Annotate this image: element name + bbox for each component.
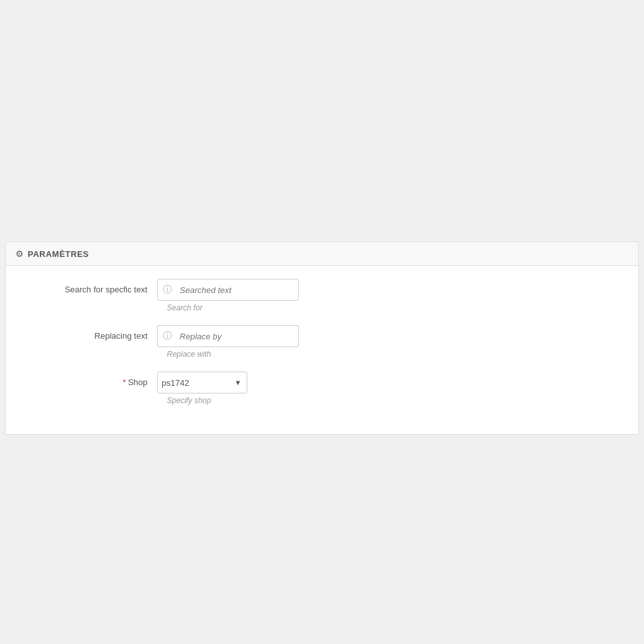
chevron-down-icon: ▼ xyxy=(229,379,247,386)
page-container: PARAMÈTRES Search for specfic text Searc… xyxy=(0,0,644,644)
shop-select-wrapper: ps1742 ▼ xyxy=(157,372,247,393)
search-text-row: Search for specfic text xyxy=(15,279,629,301)
search-text-input[interactable] xyxy=(177,279,298,300)
replacing-text-group: Replacing text Replace with xyxy=(15,325,629,359)
panel-body: Search for specfic text Search for Repla… xyxy=(6,266,638,434)
shop-row: *Shop ps1742 ▼ xyxy=(15,372,629,393)
replacing-text-info-icon xyxy=(163,330,172,342)
replacing-text-input[interactable] xyxy=(177,326,298,346)
replacing-text-input-group xyxy=(157,325,299,347)
shop-label: *Shop xyxy=(15,372,157,393)
search-text-hint: Search for xyxy=(167,303,629,312)
search-text-info-button[interactable] xyxy=(158,279,177,300)
shop-hint: Specify shop xyxy=(167,396,629,405)
replacing-text-label: Replacing text xyxy=(15,325,157,347)
shop-group: *Shop ps1742 ▼ Specify shop xyxy=(15,372,629,405)
replacing-text-hint: Replace with xyxy=(167,350,629,359)
search-text-group: Search for specfic text Search for xyxy=(15,279,629,312)
replacing-text-info-button[interactable] xyxy=(158,326,177,346)
search-text-label: Search for specfic text xyxy=(15,279,157,301)
required-star: * xyxy=(123,377,126,387)
shop-select[interactable]: ps1742 xyxy=(158,372,229,393)
search-text-info-icon xyxy=(163,284,172,296)
panel-title: PARAMÈTRES xyxy=(28,249,89,259)
replacing-text-row: Replacing text xyxy=(15,325,629,347)
search-text-input-group xyxy=(157,279,299,301)
panel-header: PARAMÈTRES xyxy=(6,242,638,266)
gear-icon xyxy=(15,249,24,259)
settings-panel: PARAMÈTRES Search for specfic text Searc… xyxy=(5,242,639,435)
